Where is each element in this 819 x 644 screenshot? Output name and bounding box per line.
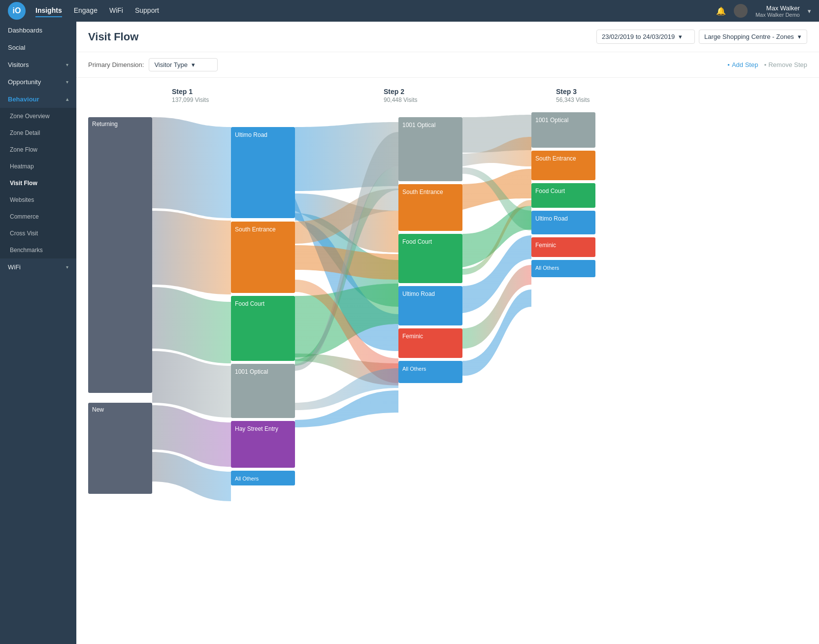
node-s3-ultimo[interactable] [531,211,595,234]
header-controls: 23/02/2019 to 24/03/2019 ▾ Large Shoppin… [596,30,807,44]
node-new[interactable] [88,403,152,494]
main-content: Visit Flow 23/02/2019 to 24/03/2019 ▾ La… [76,22,819,644]
user-name: Max Walker [755,4,800,12]
flow-ret-ultimo [152,117,231,218]
nav-engage[interactable]: Engage [74,4,98,17]
sidebar-item-zone-flow[interactable]: Zone Flow [0,141,76,158]
remove-step-button[interactable]: Remove Step [764,61,807,68]
chevron-up-icon: ▴ [66,97,68,102]
sidebar-item-commerce[interactable]: Commerce [0,208,76,225]
user-sub: Max Walker Demo [755,12,800,18]
flow-ret-south [152,211,231,294]
flow-area: Step 1 137,099 Visits Step 2 90,448 Visi… [76,78,819,521]
nav-links: Insights Engage WiFi Support [35,4,159,17]
sidebar: Dashboards Social Visitors ▾ Opportunity… [0,22,76,644]
node-s1-ultimo-label: Ultimo Road [235,131,267,138]
app-body: Dashboards Social Visitors ▾ Opportunity… [0,22,819,644]
user-chevron-icon[interactable]: ▾ [808,7,811,15]
add-step-button[interactable]: Add Step [727,61,758,68]
sidebar-item-zone-overview[interactable]: Zone Overview [0,108,76,125]
sidebar-item-heatmap[interactable]: Heatmap [0,158,76,175]
node-new-label: New [92,406,104,413]
node-s3-south-label: South Entrance [535,155,576,162]
sidebar-item-cross-visit[interactable]: Cross Visit [0,225,76,242]
node-s1-food-label: Food Court [235,300,265,307]
node-s3-feminic-label: Feminic [535,242,556,249]
sidebar-item-visitors[interactable]: Visitors ▾ [0,56,76,73]
node-s2-allothers[interactable] [398,361,462,383]
avatar-icon [734,4,748,18]
node-returning-label: Returning [92,121,118,128]
sidebar-item-dashboards[interactable]: Dashboards [0,22,76,39]
node-s2-allothers-label: All Others [402,366,426,372]
node-s3-1001-label: 1001 Optical [535,117,568,124]
date-range-dropdown[interactable]: 23/02/2019 to 24/03/2019 ▾ [596,30,695,44]
step-controls: Add Step Remove Step [727,61,807,68]
sidebar-item-behaviour[interactable]: Behaviour ▴ [0,91,76,108]
sidebar-item-zone-detail[interactable]: Zone Detail [0,125,76,141]
node-s1-ultimo[interactable] [231,127,295,218]
page-title: Visit Flow [88,31,138,43]
venue-dropdown[interactable]: Large Shopping Centre - Zones ▾ [699,30,807,44]
nav-insights[interactable]: Insights [35,4,62,17]
node-s3-food-label: Food Court [535,188,565,194]
node-s1-allothers-label: All Others [235,476,259,482]
node-s1-hay-label: Hay Street Entry [235,425,278,432]
primary-dimension-control: Primary Dimension: Visitor Type ▾ [88,58,218,71]
sidebar-item-benchmarks[interactable]: Benchmarks [0,242,76,258]
node-s2-feminic-label: Feminic [402,333,423,340]
chevron-down-icon: ▾ [66,62,68,67]
chevron-down-icon: ▾ [66,79,68,85]
node-s3-ultimo-label: Ultimo Road [535,215,568,222]
node-s2-food-label: Food Court [402,238,432,245]
node-s3-allothers-label: All Others [535,265,559,271]
nav-right: 🔔 Max Walker Max Walker Demo ▾ [716,4,811,18]
sidebar-item-social[interactable]: Social [0,39,76,56]
app-logo[interactable]: iO [8,2,26,20]
node-s2-ultimo-label: Ultimo Road [402,290,435,297]
step2-header: Step 2 90,448 Visits [384,88,458,103]
step1-header: Step 1 137,099 Visits [172,88,246,103]
sidebar-item-websites[interactable]: Websites [0,192,76,208]
sankey-svg: Returning New [88,107,605,511]
bell-icon[interactable]: 🔔 [716,6,726,16]
steps-header: Step 1 137,099 Visits Step 2 90,448 Visi… [88,88,807,103]
sidebar-item-wifi[interactable]: WiFi ▾ [0,258,76,276]
node-s1-1001-label: 1001 Optical [235,368,268,375]
behaviour-submenu: Zone Overview Zone Detail Zone Flow Heat… [0,108,76,258]
content-header: Visit Flow 23/02/2019 to 24/03/2019 ▾ La… [76,22,819,52]
node-s2-1001-label: 1001 Optical [402,122,435,129]
chevron-down-icon: ▾ [66,264,68,270]
user-info: Max Walker Max Walker Demo [755,4,800,18]
nav-wifi[interactable]: WiFi [109,4,123,17]
sidebar-item-visit-flow[interactable]: Visit Flow [0,175,76,192]
node-returning[interactable] [88,117,152,393]
dimension-select[interactable]: Visitor Type ▾ [149,58,218,71]
chevron-down-icon: ▾ [679,33,682,40]
chevron-down-icon: ▾ [798,33,801,40]
chevron-down-icon: ▾ [192,61,195,68]
node-s3-food[interactable] [531,183,595,208]
node-s1-south-label: South Entrance [235,226,276,233]
top-nav: iO Insights Engage WiFi Support 🔔 Max Wa… [0,0,819,22]
nav-support[interactable]: Support [135,4,159,17]
toolbar: Primary Dimension: Visitor Type ▾ Add St… [76,52,819,78]
node-s2-south-label: South Entrance [402,189,443,195]
sidebar-item-opportunity[interactable]: Opportunity ▾ [0,73,76,91]
step3-header: Step 3 56,343 Visits [556,88,630,103]
